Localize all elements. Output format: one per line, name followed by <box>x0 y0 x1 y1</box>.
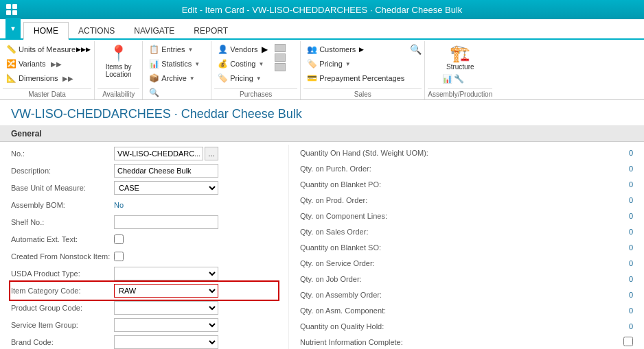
ribbon-col-history: 📋 Entries ▼ 📊 Statistics ▼ 📦 Archive ▼ 🔍 <box>146 43 203 99</box>
ribbon-item-dimensions[interactable]: 📐 Dimensions ▶▶ <box>3 71 91 85</box>
shelf-no-input[interactable] <box>114 215 218 229</box>
ribbon-group-purchases-content: 👤 Vendors ▶ 💰 Costing ▼ 🏷️ Pricing ▼ <box>214 43 297 87</box>
ribbon-group-sales-content: 👥 Customers ▶ 🏷️ Pricing ▼ 💳 Prepayment … <box>303 43 422 87</box>
form-row-created-nonstock: Created From Nonstock Item: <box>11 248 277 265</box>
ribbon-item-search[interactable]: 🔍 <box>146 86 203 99</box>
svg-rect-2 <box>6 10 11 15</box>
right-label-9: Qty. on Assembly Order: <box>300 291 599 299</box>
form-row-description: Description: <box>11 163 277 179</box>
record-header: VW-LISO-CHEDDARCHEES · Cheddar Cheese Bu… <box>0 100 644 126</box>
nutrient-complete-checkbox[interactable] <box>623 337 633 346</box>
tab-report[interactable]: REPORT <box>184 23 238 38</box>
ribbon-item-entries[interactable]: 📋 Entries ▼ <box>146 43 203 56</box>
ribbon-item-pricing-sales[interactable]: 🏷️ Pricing ▼ <box>303 57 407 71</box>
statistics-dropdown-icon: ▼ <box>194 61 200 67</box>
right-value-9: 0 <box>599 291 633 299</box>
assembly-bom-link[interactable]: No <box>114 201 124 209</box>
svg-rect-1 <box>12 4 17 9</box>
ribbon-group-sales-label: Sales <box>303 88 422 99</box>
ribbon-col-purchases-right <box>275 43 286 71</box>
form-row-item-category-code: Item Category Code: RAW <box>11 282 277 299</box>
right-form-row-0: Quantity On Hand (Std. Weight UOM):0 <box>300 145 633 160</box>
costing-icon: 💰 <box>217 58 228 69</box>
form-row-usda-product-type: USDA Product Type: <box>11 265 277 282</box>
right-value-8: 0 <box>599 275 633 283</box>
form-row-base-uom: Base Unit of Measure: CASE <box>11 180 277 196</box>
brand-code-select[interactable] <box>114 335 218 349</box>
statistics-icon: 📊 <box>148 58 159 69</box>
search-icon: 🔍 <box>148 87 159 98</box>
right-value-7: 0 <box>599 259 633 267</box>
ribbon-group-assembly: 🏗️ Structure 📊 🔧 Assembly/Production <box>425 41 495 99</box>
structure-icon: 🏗️ <box>450 44 470 63</box>
right-value-10: 0 <box>599 306 633 315</box>
right-value-0: 0 <box>599 149 633 157</box>
assembly-icon1[interactable]: 📊 <box>442 74 452 84</box>
ribbon-item-pricing-purchases[interactable]: 🏷️ Pricing ▼ <box>214 71 270 85</box>
right-form-row-9: Qty. on Assembly Order:0 <box>300 287 633 302</box>
tab-navigate[interactable]: NAVIGATE <box>124 23 184 38</box>
ribbon-group-history: 📋 Entries ▼ 📊 Statistics ▼ 📦 Archive ▼ 🔍 <box>143 41 211 99</box>
sales-search-icon[interactable]: 🔍 <box>410 44 422 55</box>
created-nonstock-checkbox[interactable] <box>114 252 124 261</box>
window-title: Edit - Item Card - VW-LISO-CHEDDARCHEES … <box>182 5 463 15</box>
auto-ext-text-checkbox[interactable] <box>114 234 124 244</box>
ribbon-group-availability: 📍 Items byLocation Availability <box>95 41 143 99</box>
form-row-product-group-code: Product Group Code: <box>11 300 277 316</box>
item-category-code-select[interactable]: RAW <box>114 284 218 298</box>
form-row-auto-ext-text: Automatic Ext. Text: <box>11 231 277 248</box>
ribbon-group-purchases-label: Purchases <box>214 88 297 99</box>
pricing-sales-icon: 🏷️ <box>306 58 317 69</box>
ribbon-col-assembly: 🏗️ Structure 📊 🔧 <box>442 43 479 84</box>
label-base-uom: Base Unit of Measure: <box>11 184 114 192</box>
ribbon-item-vendors[interactable]: 👤 Vendors ▶ <box>214 43 270 56</box>
right-fields-container: Quantity On Hand (Std. Weight UOM):0Qty.… <box>300 145 633 349</box>
ribbon-item-customers[interactable]: 👥 Customers ▶ <box>303 43 407 56</box>
items-by-location-icon: 📍 <box>109 44 128 63</box>
ribbon-item-costing[interactable]: 💰 Costing ▼ <box>214 57 270 71</box>
usda-product-type-select[interactable] <box>114 267 218 280</box>
base-uom-select[interactable]: CASE <box>114 181 218 195</box>
no-field-container: … <box>114 147 277 160</box>
ribbon-item-prepayment[interactable]: 💳 Prepayment Percentages <box>303 71 407 85</box>
ribbon-item-archive[interactable]: 📦 Archive ▼ <box>146 71 203 85</box>
form-row-no: No.: … <box>11 145 277 162</box>
pricing-purchases-icon: 🏷️ <box>217 73 228 84</box>
right-label-1: Qty. on Purch. Order: <box>300 165 599 173</box>
units-of-measure-icon: 📏 <box>5 44 16 55</box>
archive-dropdown-icon: ▼ <box>189 75 195 82</box>
ribbon-item-statistics[interactable]: 📊 Statistics ▼ <box>146 57 203 71</box>
label-description: Description: <box>11 167 114 175</box>
right-label-3: Qty. on Prod. Order: <box>300 196 599 204</box>
right-form-row-11: Quantity on Quality Hold:0 <box>300 319 633 334</box>
customers-extras: ▶ <box>359 46 364 53</box>
service-item-group-select[interactable] <box>114 318 218 332</box>
no-input[interactable] <box>114 147 203 160</box>
label-shelf-no: Shelf No.: <box>11 218 114 226</box>
right-form-row-8: Qty. on Job Order:0 <box>300 272 633 287</box>
costing-dropdown-icon: ▼ <box>258 61 264 67</box>
tab-home[interactable]: HOME <box>23 22 69 40</box>
description-input[interactable] <box>114 164 218 178</box>
ribbon-item-structure[interactable]: 🏗️ Structure <box>442 43 479 72</box>
tab-actions[interactable]: ACTIONS <box>69 23 124 38</box>
entries-dropdown-icon: ▼ <box>187 47 193 53</box>
vendors-icon: 👤 <box>217 44 228 55</box>
section-header-general: General <box>0 126 644 142</box>
no-browse-button[interactable]: … <box>205 147 218 160</box>
right-label-11: Quantity on Quality Hold: <box>300 322 599 330</box>
product-group-code-select[interactable] <box>114 301 218 315</box>
ribbon-group-master-data-label: Master Data <box>3 88 91 99</box>
label-product-group-code: Product Group Code: <box>11 304 114 312</box>
ribbon-item-items-by-location[interactable]: 📍 Items byLocation <box>103 43 135 80</box>
ribbon-item-units-of-measure[interactable]: 📏 Units of Measure ▶▶▶ <box>3 43 91 56</box>
form-row-shelf-no: Shelf No.: <box>11 214 277 230</box>
ribbon-item-variants[interactable]: 🔀 Variants ▶▶ <box>3 57 91 71</box>
entries-icon: 📋 <box>148 44 159 55</box>
ribbon-group-sales: 👥 Customers ▶ 🏷️ Pricing ▼ 💳 Prepayment … <box>301 41 425 99</box>
nav-arrow-button[interactable]: ▼ <box>5 18 21 38</box>
assembly-icon2[interactable]: 🔧 <box>454 74 464 84</box>
title-bar: Edit - Item Card - VW-LISO-CHEDDARCHEES … <box>0 0 644 19</box>
purchases-icon-extra2 <box>275 53 286 62</box>
purchases-icon-extra3 <box>275 63 286 71</box>
